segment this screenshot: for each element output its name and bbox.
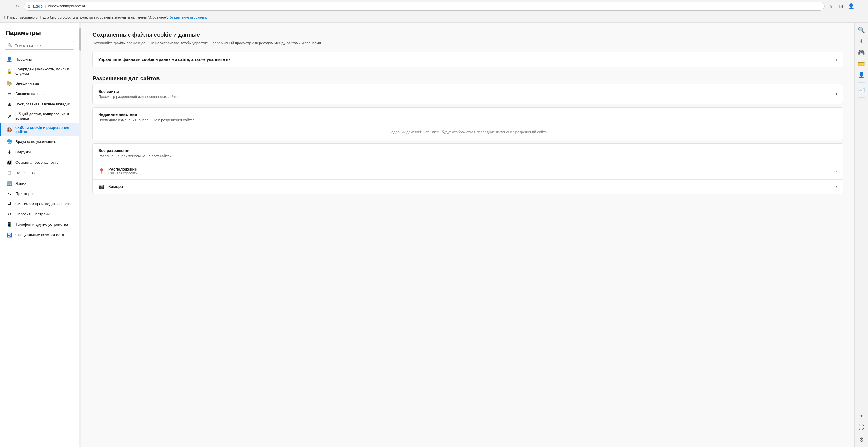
recent-actions-empty: Недавних действий нет. Здесь будут отобр…	[93, 126, 843, 140]
wallet-side-button[interactable]: 💳	[857, 59, 867, 69]
sidebar-item-printers[interactable]: 🖨 Принтеры	[0, 188, 79, 199]
sidebar-item-sidebar-label: Боковая панель	[16, 92, 44, 96]
add-side-button[interactable]: +	[857, 411, 867, 421]
recent-actions-card: Недавние действия Последние изменения, в…	[92, 108, 843, 140]
location-icon: 📍	[98, 168, 104, 174]
content-area: Сохраненные файлы cookie и данные Сохран…	[81, 23, 855, 447]
sidebar-item-cookies[interactable]: 🍪 Файлы cookie и разрешения сайтов	[0, 123, 79, 137]
manage-cookies-card: Управляйте файлами cookie и данными сайт…	[92, 52, 843, 67]
sidebar-item-downloads-label: Загрузки	[16, 150, 31, 154]
sidebar-item-appearance[interactable]: 🎨 Внешний вид	[0, 78, 79, 89]
printers-icon: 🖨	[6, 191, 12, 196]
manage-cookies-text: Управляйте файлами cookie и данными сайт…	[98, 57, 230, 62]
sidebar-item-browser-label: Браузер по умолчанию	[16, 140, 56, 144]
all-sites-link[interactable]: Все сайты Просмотр разрешений для посеще…	[93, 84, 843, 104]
recent-actions-title: Недавние действия	[93, 108, 843, 118]
sidebar-item-privacy-label: Конфиденциальность, поиск и службы	[16, 67, 73, 76]
search-box: 🔍	[4, 41, 74, 50]
address-text[interactable]: edge://settings/content	[48, 4, 821, 8]
sidebar-item-sidebar[interactable]: ▭ Боковая панель	[0, 89, 79, 99]
main-layout: Параметры 🔍 👤 Профили 🔒 Конфиденциальнос…	[0, 23, 868, 447]
import-label[interactable]: ⬆ Импорт избранного	[3, 16, 38, 20]
sidebar-item-phone[interactable]: 📱 Телефон и другие устройства	[0, 219, 79, 230]
fullscreen-side-button[interactable]: ⛶	[857, 422, 867, 433]
edge-label: Edge	[33, 4, 42, 8]
sidebar-item-sharing[interactable]: ↗ Общий доступ, копирование и вставка	[0, 109, 79, 123]
fav-bar-separator: |	[40, 16, 41, 20]
fav-tip-text: Для быстрого доступа поместите избранные…	[43, 16, 168, 20]
accessibility-icon: ♿	[6, 232, 12, 238]
back-button[interactable]: ←	[2, 2, 11, 11]
profiles-icon: 👤	[6, 57, 12, 62]
sidebar-item-profiles[interactable]: 👤 Профили	[0, 54, 79, 64]
sidebar-item-profiles-label: Профили	[16, 57, 32, 61]
address-separator: |	[45, 4, 45, 8]
languages-icon: 🔣	[6, 181, 12, 186]
search-input[interactable]	[14, 43, 71, 48]
favorites-bar: ⬆ Импорт избранного | Для быстрого досту…	[0, 12, 868, 23]
location-chevron: ›	[836, 169, 837, 174]
reset-icon: ↺	[6, 211, 12, 217]
phone-icon: 📱	[6, 222, 12, 227]
collections-button[interactable]: ⊡	[836, 2, 845, 11]
recent-actions-desc: Последние изменения, внесенные в разреше…	[93, 118, 843, 126]
location-info: Расположение Сначала спросить	[108, 167, 137, 175]
family-icon: 👨‍👩‍👧	[6, 160, 12, 165]
right-panel: 🔍 ✦ 🎮 💳 👤 📧 + ⛶ ⚙	[855, 23, 868, 447]
camera-icon: 📷	[98, 183, 104, 190]
sidebar-item-start[interactable]: ⊞ Пуск, главная и новые вкладки	[0, 99, 79, 109]
sidebar-item-system-label: Система и производительность	[16, 202, 71, 206]
permission-location-left: 📍 Расположение Сначала спросить	[98, 167, 137, 175]
sidebar-item-languages[interactable]: 🔣 Языки	[0, 178, 79, 188]
location-title: Расположение	[108, 167, 137, 171]
all-permissions-title: Все разрешения	[93, 144, 843, 154]
search-icon: 🔍	[8, 43, 12, 48]
sharing-icon: ↗	[6, 114, 12, 119]
refresh-button[interactable]: ↻	[13, 2, 22, 11]
sidebar-item-accessibility-label: Специальные возможности	[16, 233, 64, 237]
all-sites-title: Все сайты	[98, 89, 179, 94]
sidebar-item-accessibility[interactable]: ♿ Специальные возможности	[0, 230, 79, 240]
cookies-section-desc: Сохраняйте файлы cookie и данные на устр…	[92, 40, 843, 46]
permissions-section-title: Разрешения для сайтов	[92, 75, 843, 82]
sidebar-scrollbar[interactable]	[79, 23, 81, 447]
right-panel-separator-2	[858, 97, 865, 97]
sidebar-title: Параметры	[0, 23, 79, 41]
copilot-side-button[interactable]: ✦	[857, 36, 867, 46]
camera-title: Камера	[108, 184, 123, 189]
edge-logo: ⊕	[27, 4, 31, 8]
camera-chevron: ›	[836, 184, 837, 189]
sidebar: Параметры 🔍 👤 Профили 🔒 Конфиденциальнос…	[0, 23, 79, 447]
appearance-icon: 🎨	[6, 81, 12, 86]
settings-side-button[interactable]: ⚙	[857, 435, 867, 445]
sidebar-item-downloads[interactable]: ⬇ Загрузки	[0, 147, 79, 157]
sidebar-item-appearance-label: Внешний вид	[16, 81, 39, 85]
sidebar-item-edge-panel[interactable]: ⊟ Панель Edge	[0, 168, 79, 178]
permission-item-location[interactable]: 📍 Расположение Сначала спросить ›	[93, 162, 843, 179]
favorites-button[interactable]: ☆	[826, 2, 835, 11]
search-side-button[interactable]: 🔍	[857, 25, 867, 35]
all-permissions-card: Все разрешения Разрешения, применяемые н…	[92, 144, 843, 194]
cookies-section: Сохраненные файлы cookie и данные Сохран…	[92, 32, 843, 67]
all-sites-desc: Просмотр разрешений для посещенных сайто…	[98, 94, 179, 99]
scrollbar-thumb	[80, 28, 81, 51]
profile-button[interactable]: 👤	[846, 2, 856, 11]
more-button[interactable]: ···	[857, 2, 866, 11]
permission-item-camera[interactable]: 📷 Камера ›	[93, 179, 843, 193]
sidebar-item-family[interactable]: 👨‍👩‍👧 Семейная безопасность	[0, 157, 79, 168]
sidebar-item-reset[interactable]: ↺ Сбросить настройки	[0, 209, 79, 219]
all-sites-info: Все сайты Просмотр разрешений для посеще…	[98, 89, 179, 99]
games-side-button[interactable]: 🎮	[857, 47, 867, 58]
system-icon: 🖥	[6, 201, 12, 206]
browser-icon: 🌐	[6, 139, 12, 144]
sidebar-item-reset-label: Сбросить настройки	[16, 212, 52, 216]
manage-favorites-link[interactable]: Управление избранным	[170, 16, 208, 20]
outlook-side-button[interactable]: 📧	[857, 85, 867, 95]
sidebar-item-system[interactable]: 🖥 Система и производительность	[0, 199, 79, 209]
start-icon: ⊞	[6, 101, 12, 107]
profile-side-button[interactable]: 👤	[857, 70, 867, 80]
sidebar-item-browser[interactable]: 🌐 Браузер по умолчанию	[0, 137, 79, 147]
sidebar-item-privacy[interactable]: 🔒 Конфиденциальность, поиск и службы	[0, 64, 79, 78]
manage-cookies-link[interactable]: Управляйте файлами cookie и данными сайт…	[93, 52, 843, 67]
permissions-section: Разрешения для сайтов Все сайты Просмотр…	[92, 75, 843, 194]
